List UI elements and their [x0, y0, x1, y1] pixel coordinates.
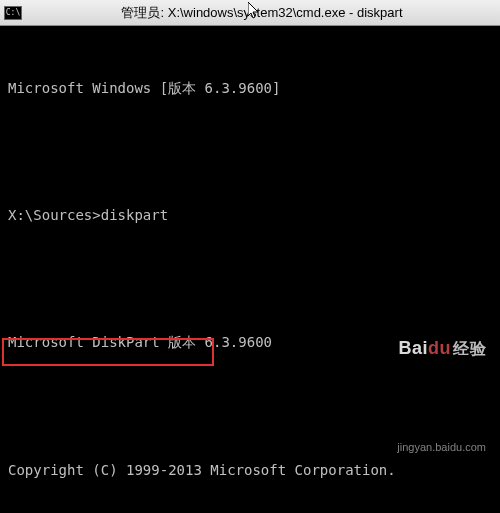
cmd-icon: C:\: [4, 6, 22, 20]
terminal-line: Microsoft Windows [版本 6.3.9600]: [8, 77, 492, 99]
terminal-line: X:\Sources>diskpart: [8, 204, 492, 226]
watermark-logo-part2: du: [428, 338, 451, 358]
watermark-logo: Baidu经验: [365, 305, 486, 391]
terminal-output[interactable]: Microsoft Windows [版本 6.3.9600] X:\Sourc…: [0, 26, 500, 513]
watermark-url: jingyan.baidu.com: [365, 439, 486, 457]
terminal-line: [8, 144, 492, 159]
window-title: 管理员: X:\windows\system32\cmd.exe - diskp…: [28, 4, 496, 22]
mouse-cursor-icon: [248, 2, 260, 20]
window-titlebar[interactable]: C:\ 管理员: X:\windows\system32\cmd.exe - d…: [0, 0, 500, 26]
watermark-logo-part1: Bai: [398, 338, 428, 358]
watermark: Baidu经验 jingyan.baidu.com: [365, 261, 486, 501]
watermark-logo-suffix: 经验: [453, 340, 486, 357]
